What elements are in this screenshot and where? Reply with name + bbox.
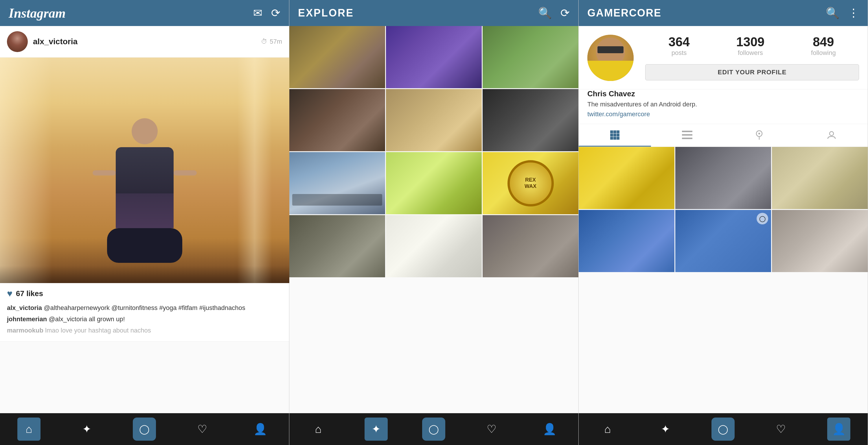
edit-profile-button[interactable]: EDIT YOUR PROFILE <box>645 64 859 81</box>
stat-followers: 1309 followers <box>736 35 765 57</box>
svg-rect-5 <box>617 134 619 136</box>
nav-explore-3[interactable]: ✦ <box>654 417 677 441</box>
tab-list[interactable] <box>651 124 723 147</box>
nav-profile-3[interactable]: 👤 <box>827 417 850 441</box>
profile-header-icons: 🔍 ⋮ <box>826 7 859 20</box>
likes-count: 67 likes <box>16 289 43 298</box>
post-user-row: alx_victoria ⏱ 57m <box>0 26 289 58</box>
explore-grid: REXWAX <box>289 26 578 413</box>
clock-icon: ⏱ <box>261 38 267 45</box>
profile-header-stats: 364 posts 1309 followers 849 following E… <box>645 35 859 83</box>
profile-section: 364 posts 1309 followers 849 following E… <box>579 26 868 147</box>
tab-location[interactable] <box>723 124 796 147</box>
profile-name: Chris Chavez <box>587 89 859 98</box>
svg-point-14 <box>830 132 834 136</box>
avatar[interactable] <box>7 31 28 52</box>
bottom-nav-3: ⌂ ✦ ◯ ♡ 👤 <box>579 413 868 445</box>
caption-username[interactable]: alx_victoria <box>7 304 42 311</box>
search-icon[interactable]: 🔍 <box>538 7 552 20</box>
post-username[interactable]: alx_victoria <box>33 37 261 46</box>
nav-explore-2[interactable]: ✦ <box>365 417 388 441</box>
following-count: 849 <box>813 35 834 49</box>
svg-rect-9 <box>682 131 692 132</box>
caption: alx_victoria @altheaharpernewyork @turni… <box>7 303 282 314</box>
more-icon[interactable]: ⋮ <box>848 7 859 20</box>
nav-heart-2[interactable]: ♡ <box>480 417 503 441</box>
explore-cell-8[interactable] <box>386 152 482 214</box>
post-image[interactable] <box>0 58 289 283</box>
nav-camera-1[interactable]: ◯ <box>133 417 156 441</box>
bottom-nav-2: ⌂ ✦ ◯ ♡ 👤 <box>289 413 578 445</box>
profile-cell-2[interactable] <box>675 147 771 209</box>
followers-label: followers <box>738 49 763 57</box>
heart-icon[interactable]: ♥ <box>7 288 12 299</box>
profile-header: GAMERCORE 🔍 ⋮ <box>579 0 868 26</box>
posts-count: 364 <box>669 35 689 49</box>
svg-point-13 <box>758 133 760 134</box>
profile-cell-6[interactable] <box>772 210 868 272</box>
explore-header-icons: 🔍 ⟳ <box>538 7 570 20</box>
instagram-logo: Instagram <box>9 5 66 21</box>
comment-username-2[interactable]: marmookub <box>7 327 43 334</box>
explore-cell-9[interactable]: REXWAX <box>483 152 578 214</box>
svg-rect-7 <box>613 137 616 140</box>
profile-link[interactable]: twitter.com/gamercore <box>587 110 859 118</box>
feed-header: Instagram ✉ ⟳ <box>0 0 289 26</box>
comment-1: johntemerian @alx_victoria all grown up! <box>7 314 282 325</box>
explore-cell-2[interactable] <box>386 26 482 88</box>
comment-text-1: @alx_victoria all grown up! <box>49 315 125 323</box>
explore-header: EXPLORE 🔍 ⟳ <box>289 0 578 26</box>
svg-rect-11 <box>682 138 692 139</box>
svg-rect-10 <box>682 134 692 136</box>
explore-cell-3[interactable] <box>483 26 578 88</box>
stat-posts: 364 posts <box>669 35 689 57</box>
refresh-icon[interactable]: ⟳ <box>271 7 280 20</box>
nav-camera-2[interactable]: ◯ <box>422 417 445 441</box>
explore-title: EXPLORE <box>298 7 354 19</box>
nav-home-1[interactable]: ⌂ <box>18 417 40 441</box>
inbox-icon[interactable]: ✉ <box>253 7 262 20</box>
explore-cell-1[interactable] <box>289 26 385 88</box>
nav-heart-3[interactable]: ♡ <box>769 417 793 441</box>
post-actions: ♥ 67 likes alx_victoria @altheaharpernew… <box>0 283 289 342</box>
bottom-nav-1: ⌂ ✦ ◯ ♡ 👤 <box>0 413 289 445</box>
explore-cell-11[interactable] <box>386 215 482 277</box>
refresh-icon-2[interactable]: ⟳ <box>560 7 570 20</box>
nav-profile-2[interactable]: 👤 <box>538 417 561 441</box>
comment-username-1[interactable]: johntemerian <box>7 315 47 323</box>
profile-avatar[interactable] <box>587 35 633 81</box>
profile-grid: ◯ <box>579 147 868 272</box>
tab-grid[interactable] <box>579 124 651 147</box>
profile-top: 364 posts 1309 followers 849 following E… <box>579 26 868 89</box>
nav-heart-1[interactable]: ♡ <box>191 417 214 441</box>
nav-explore-1[interactable]: ✦ <box>75 417 98 441</box>
svg-rect-4 <box>613 134 616 136</box>
likes-row: ♥ 67 likes <box>7 288 282 299</box>
following-label: following <box>811 49 836 57</box>
explore-cell-5[interactable] <box>386 89 482 151</box>
explore-cell-6[interactable] <box>483 89 578 151</box>
profile-info: Chris Chavez The misadventures of an And… <box>579 89 868 124</box>
svg-rect-0 <box>610 130 613 133</box>
header-icons: ✉ ⟳ <box>253 7 280 20</box>
profile-cell-3[interactable] <box>772 147 868 209</box>
nav-camera-3[interactable]: ◯ <box>711 417 735 441</box>
comment-text-2: lmao love your hashtag about nachos <box>45 327 151 334</box>
svg-rect-1 <box>613 130 616 133</box>
nav-profile-1[interactable]: 👤 <box>249 417 272 441</box>
post-time: ⏱ 57m <box>261 38 282 45</box>
nav-home-2[interactable]: ⌂ <box>307 417 330 441</box>
explore-cell-10[interactable] <box>289 215 385 277</box>
profile-cell-4[interactable] <box>579 210 675 272</box>
tab-tagged[interactable] <box>795 124 868 147</box>
explore-cell-12[interactable] <box>483 215 578 277</box>
nav-home-3[interactable]: ⌂ <box>596 417 619 441</box>
explore-cell-4[interactable] <box>289 89 385 151</box>
profile-bio: The misadventures of an Android derp. <box>587 101 859 108</box>
panel-explore: EXPLORE 🔍 ⟳ <box>289 0 579 445</box>
explore-cell-7[interactable] <box>289 152 385 214</box>
profile-cell-1[interactable] <box>579 147 675 209</box>
gamercore-title: GAMERCORE <box>587 7 661 19</box>
profile-cell-5[interactable]: ◯ <box>675 210 771 272</box>
search-icon-profile[interactable]: 🔍 <box>826 7 839 20</box>
